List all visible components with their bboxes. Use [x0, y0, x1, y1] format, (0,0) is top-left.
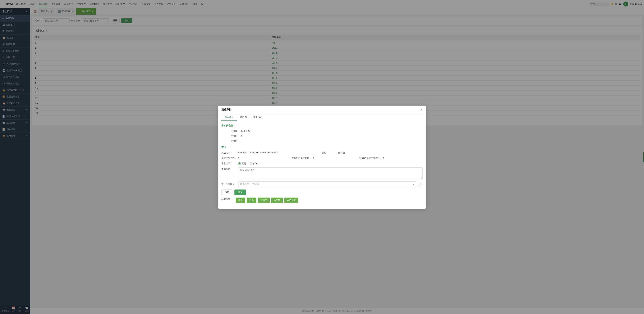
- data-field-3: 数据3：: [232, 140, 422, 143]
- other-ops-row: 其他操作： 委派 转办 前加签 后加签 会签设定: [221, 198, 422, 203]
- modal-tab-history[interactable]: 审批历史: [250, 114, 266, 121]
- approval-opinion-label: 审批意见: [221, 167, 235, 170]
- modal-tab-flowchart[interactable]: 流程图: [237, 114, 250, 121]
- status-label: 状态：: [322, 151, 335, 154]
- status-value: 已开启: [338, 151, 345, 154]
- approval-section-title: 审批: [221, 146, 422, 149]
- completed-sign-count-col: 已完成的会签任务总数： 0: [358, 157, 422, 160]
- sign-task-value: 0: [238, 157, 239, 159]
- radio-agree-label: 同意: [242, 162, 246, 165]
- radio-reject[interactable]: 拒绝: [250, 162, 258, 165]
- sign-task-count-col: 会签任务总数： 0: [221, 157, 286, 160]
- other-ops-label: 其他操作：: [221, 198, 232, 201]
- radio-agree[interactable]: 同意: [238, 162, 246, 165]
- active-sign-count-col: 正在执行的会签总数： 0: [290, 157, 354, 160]
- radio-agree-circle: [238, 162, 241, 165]
- modal: 流程审批 ✕ 基本信息 流程图 审批历史 多实例会签1 数据1： 问王企鹅 数据…: [218, 106, 426, 209]
- active-sign-value: 0: [313, 157, 314, 159]
- condition-value: ${nrOfActiveInstances == nrOfInstances}: [238, 151, 278, 154]
- section-title: 多实例会签1: [221, 124, 422, 127]
- modal-title: 流程审批: [221, 108, 232, 111]
- delegate-button[interactable]: 委派: [236, 198, 245, 203]
- data-fields: 数据1： 问王企鹅 数据2： 1 数据3：: [221, 129, 422, 143]
- submit-button[interactable]: 提交: [234, 190, 246, 195]
- active-sign-label: 正在执行的会签总数：: [290, 157, 312, 160]
- data1-label: 数据1：: [232, 129, 240, 133]
- approval-opinion-row: 审批意见: [221, 167, 422, 179]
- radio-reject-label: 拒绝: [253, 162, 258, 165]
- data-field-1: 数据1： 问王企鹅: [232, 129, 422, 133]
- approval-result-row: 审批结果： 同意 拒绝: [221, 162, 422, 165]
- next-approver-row: 下一个审批人： 请选择下一个审批人 ▼ ＋: [221, 181, 422, 187]
- completed-sign-label: 已完成的会签任务总数：: [358, 157, 382, 160]
- approval-opinion-textarea[interactable]: [238, 167, 422, 179]
- post-sign-button[interactable]: 后加签: [271, 198, 283, 203]
- data2-label: 数据2：: [232, 135, 240, 138]
- modal-close-button[interactable]: ✕: [420, 108, 422, 112]
- modal-body: 多实例会签1 数据1： 问王企鹅 数据2： 1 数据3： 审批: [218, 121, 426, 209]
- modal-tabs: 基本信息 流程图 审批历史: [218, 114, 426, 121]
- data-field-2: 数据2： 1: [232, 135, 422, 138]
- next-approver-label: 下一个审批人：: [221, 183, 237, 186]
- condition-status-row: 完成条件： ${nrOfActiveInstances == nrOfInsta…: [221, 151, 422, 154]
- data2-value: 1: [241, 135, 242, 137]
- approval-result-radio-group: 同意 拒绝: [238, 162, 258, 165]
- approver-dropdown-icon: ▼: [412, 183, 414, 186]
- add-approver-button[interactable]: ＋: [418, 182, 422, 187]
- modal-tab-basic[interactable]: 基本信息: [221, 114, 237, 121]
- pre-sign-button[interactable]: 前加签: [258, 198, 270, 203]
- sign-set-button[interactable]: 会签设定: [284, 198, 298, 203]
- other-ops-buttons: 委派 转办 前加签 后加签 会签设定: [236, 198, 298, 203]
- counts-row: 会签任务总数： 0 正在执行的会签总数： 0 已完成的会签任务总数： 0: [221, 157, 422, 160]
- radio-reject-circle: [250, 162, 252, 165]
- approval-result-label: 审批结果：: [221, 162, 235, 165]
- sign-task-label: 会签任务总数：: [221, 157, 237, 160]
- completed-sign-value: 0: [383, 157, 384, 159]
- cancel-button[interactable]: 取消: [221, 190, 233, 195]
- data1-value: 问王企鹅: [241, 129, 250, 133]
- next-approver-select[interactable]: 请选择下一个审批人 ▼: [238, 181, 416, 187]
- action-buttons-row: 取消 提交: [221, 190, 422, 195]
- modal-overlay[interactable]: 流程审批 ✕ 基本信息 流程图 审批历史 多实例会签1 数据1： 问王企鹅 数据…: [0, 0, 644, 314]
- data3-label: 数据3：: [232, 140, 240, 143]
- transfer-button[interactable]: 转办: [247, 198, 256, 203]
- next-approver-placeholder: 请选择下一个审批人: [240, 183, 260, 186]
- condition-label: 完成条件：: [221, 151, 235, 154]
- modal-header: 流程审批 ✕: [218, 106, 426, 114]
